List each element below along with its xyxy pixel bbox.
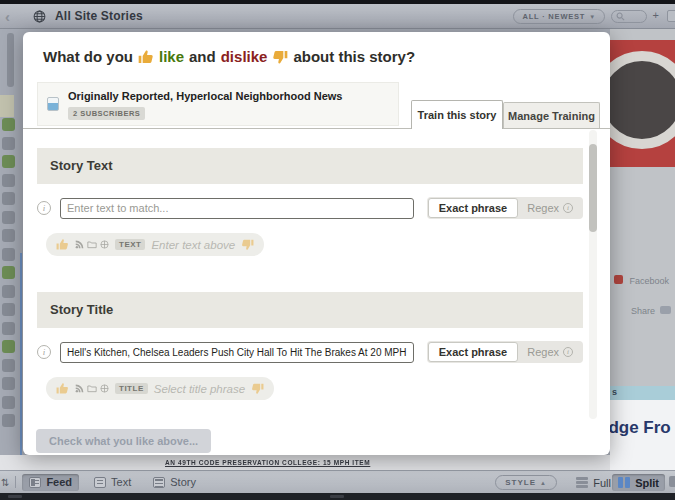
tab-train-this-story[interactable]: Train this story [411, 100, 503, 129]
thumbs-up-icon [138, 49, 154, 65]
style-dropdown[interactable]: STYLE ▲ [495, 475, 557, 490]
facebook-icon [614, 275, 623, 284]
layout-button-full[interactable]: Full [570, 474, 617, 491]
story-title-tag-pill[interactable]: TITLE Select title phrase [46, 377, 274, 400]
title-suffix: about this story? [293, 48, 415, 65]
regex-label: Regex [527, 346, 559, 358]
story-text-input[interactable] [60, 198, 414, 219]
scope-icons [75, 240, 109, 249]
os-bottom-strip [0, 493, 675, 500]
list-layout-icon[interactable] [669, 476, 675, 487]
story-title-match-row: i Exact phrase Regex i [37, 341, 583, 363]
background-dimmed-caption: AN 49TH CODE PRESERVATION COLLEGE: 15 MP… [165, 459, 370, 466]
chevron-down-icon: ▼ [589, 14, 596, 20]
story-view-label: Story [170, 476, 196, 488]
thumbs-down-icon[interactable] [241, 238, 254, 251]
title-tag-hint: Select title phrase [154, 383, 245, 395]
view-button-text[interactable]: Text [87, 474, 138, 491]
info-icon[interactable]: i [37, 345, 51, 359]
background-feed-favicon [2, 303, 15, 316]
folder-icon [87, 240, 97, 249]
background-feed-favicon [2, 137, 15, 150]
info-icon: i [563, 347, 573, 357]
section-header-story-text: Story Text [37, 148, 583, 184]
story-view-icon [153, 477, 165, 488]
split-layout-label: Split [635, 477, 659, 489]
modal-title: What do you like and dislike about this … [43, 48, 415, 65]
globe-icon [100, 240, 109, 249]
toolbar-divider [15, 476, 16, 488]
content-divider [23, 128, 610, 129]
info-icon[interactable]: i [37, 201, 51, 215]
facebook-label[interactable]: Facebook [629, 276, 669, 286]
thumbs-up-icon[interactable] [56, 238, 69, 251]
tab-manage-training[interactable]: Manage Training [503, 102, 600, 128]
background-headline-fragment: udge Fro [610, 418, 671, 438]
story-photo-speed-sign [610, 40, 675, 167]
feed-filter-dropdown[interactable]: ALL · NEWEST ▼ [513, 9, 605, 24]
background-feed-favicon [2, 285, 15, 298]
full-layout-icon [576, 477, 588, 488]
layout-button-split[interactable]: Split [612, 474, 665, 491]
text-view-label: Text [111, 476, 131, 488]
feed-view-label: Feed [46, 476, 72, 488]
feed-filter-label: ALL · NEWEST [522, 12, 585, 21]
story-title-match-mode-toggle: Exact phrase Regex i [427, 341, 583, 363]
story-text-match-row: i Exact phrase Regex i [37, 197, 583, 219]
background-feed-favicon [2, 396, 15, 409]
background-feed-favicon [2, 266, 15, 279]
regex-label: Regex [527, 202, 559, 214]
rss-icon [75, 240, 84, 249]
thumbs-up-icon[interactable] [56, 382, 69, 395]
regex-button[interactable]: Regex i [518, 342, 582, 362]
story-title-input[interactable] [60, 342, 414, 363]
story-source-title: Originally Reported, Hyperlocal Neighbor… [68, 90, 342, 102]
background-feed-favicon [2, 155, 15, 168]
bottom-toolbar: ⇅ Feed Text Story STYLE ▲ Full Split [0, 470, 675, 493]
modal-scrollbar-thumb[interactable] [589, 144, 597, 232]
view-button-feed[interactable]: Feed [22, 474, 79, 491]
thumbs-down-icon [272, 49, 288, 65]
style-label: STYLE [505, 478, 536, 487]
title-prefix: What do you [43, 48, 133, 65]
modal-scrollbar[interactable] [589, 130, 597, 419]
background-feed-favicon [2, 118, 15, 131]
app-screen: ‹ All Site Stories ALL · NEWEST ▼ + Face… [0, 0, 675, 500]
save-story-icon[interactable] [667, 10, 675, 22]
story-text-tag-pill[interactable]: TEXT Enter text above [46, 233, 264, 256]
check-likes-button[interactable]: Check what you like above... [36, 429, 211, 453]
thumbs-down-icon[interactable] [251, 382, 264, 395]
exact-phrase-button[interactable]: Exact phrase [428, 198, 518, 218]
subscribers-badge: 2 SUBSCRIBERS [68, 107, 145, 120]
search-input[interactable] [611, 10, 647, 23]
add-button[interactable]: + [653, 9, 659, 21]
train-story-modal: What do you like and dislike about this … [23, 32, 610, 455]
share-label[interactable]: Share [631, 306, 655, 316]
exact-phrase-button[interactable]: Exact phrase [428, 342, 518, 362]
text-tag-badge: TEXT [115, 239, 145, 250]
feed-view-icon [29, 477, 41, 488]
story-info-box: Originally Reported, Hyperlocal Neighbor… [37, 82, 399, 126]
text-view-icon [94, 477, 106, 488]
title-like-word: like [159, 48, 184, 65]
search-icon [616, 12, 625, 21]
background-feed-favicon [2, 248, 15, 261]
background-feed-block [0, 95, 14, 117]
rss-icon [75, 384, 84, 393]
text-tag-hint: Enter text above [151, 239, 235, 251]
title-tag-badge: TITLE [115, 383, 148, 394]
full-layout-label: Full [593, 477, 611, 489]
view-button-story[interactable]: Story [146, 474, 203, 491]
resize-handle-icon[interactable]: ⇅ [1, 477, 9, 488]
background-feed-favicon [2, 192, 15, 205]
title-dislike-word: dislike [221, 48, 268, 65]
folder-icon [87, 384, 97, 393]
background-feed-favicon [2, 322, 15, 335]
background-teal-text-fragment: s [612, 387, 617, 397]
background-feed-favicon [2, 377, 15, 390]
background-story-column: Facebook Share s udge Fro [610, 29, 675, 470]
regex-button[interactable]: Regex i [518, 198, 582, 218]
scope-icons [75, 384, 109, 393]
title-and-word: and [189, 48, 216, 65]
back-chevron-icon[interactable]: ‹ [5, 9, 10, 24]
